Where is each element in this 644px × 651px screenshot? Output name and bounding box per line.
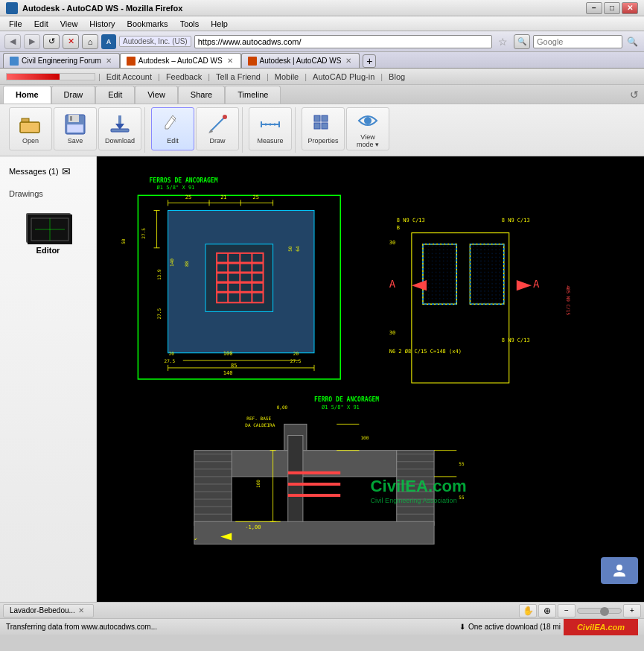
ribbon-save-button[interactable]: Save: [54, 107, 97, 150]
cad-drawing: FERROS DE ANCORAGEM Ø1 5/8" X 91 25 21 2…: [97, 156, 644, 602]
search-go-button[interactable]: 🔍: [625, 36, 640, 47]
tab-autocad-active[interactable]: Autodesk – AutoCAD WS ✕: [120, 53, 241, 68]
app-container: | Edit Account | Feedback | Tell a Frien…: [0, 69, 644, 635]
status-text-right: One active download (18 mi: [468, 623, 561, 631]
nav-tell-friend[interactable]: Tell a Friend: [213, 72, 264, 81]
svg-text:20: 20: [169, 351, 175, 356]
svg-rect-24: [322, 123, 328, 129]
ribbon-open-button[interactable]: Open: [9, 107, 52, 150]
new-tab-button[interactable]: +: [363, 54, 376, 68]
svg-text:A: A: [533, 278, 540, 290]
file-tab[interactable]: Lavador-Bebedou... ✕: [3, 604, 94, 617]
sidebar-editor[interactable]: Editor: [3, 207, 93, 261]
ribbon-draw-button[interactable]: Draw: [196, 107, 239, 150]
editor-thumbnail: [26, 213, 71, 243]
ribbon-edit-button[interactable]: Edit: [151, 107, 194, 150]
home-button[interactable]: ⌂: [82, 34, 98, 49]
app-tab-view[interactable]: View: [135, 86, 178, 104]
menu-tools[interactable]: Tools: [174, 18, 205, 30]
maximize-button[interactable]: □: [604, 2, 620, 14]
app-refresh-button[interactable]: ↺: [628, 88, 641, 101]
ribbon-group-properties: Properties Viewmode ▾: [299, 107, 392, 153]
svg-text:N6  2 Ø8 C/15 C=148 (x4): N6 2 Ø8 C/15 C=148 (x4): [389, 348, 462, 355]
nav-blog[interactable]: Blog: [386, 72, 408, 81]
back-button[interactable]: ◀: [4, 34, 21, 49]
menu-view[interactable]: View: [54, 18, 84, 30]
svg-text:50: 50: [121, 238, 126, 244]
sidebar-drawings[interactable]: Drawings: [3, 186, 93, 201]
nav-mobile[interactable]: Mobile: [272, 72, 302, 81]
svg-rect-5: [70, 116, 72, 121]
canvas-area[interactable]: FERROS DE ANCORAGEM Ø1 5/8" X 91 25 21 2…: [97, 156, 644, 602]
svg-text:↙: ↙: [194, 535, 197, 542]
ribbon-measure-button[interactable]: Measure: [249, 107, 292, 150]
menu-edit[interactable]: Edit: [28, 18, 54, 30]
app-tab-timeline[interactable]: Timeline: [225, 86, 281, 104]
app-tab-home[interactable]: Home: [3, 86, 51, 104]
svg-rect-6: [67, 124, 83, 133]
tab-civil-engineering[interactable]: Civil Engineering Forum ✕: [3, 53, 120, 68]
ribbon-properties-button[interactable]: Properties: [302, 107, 345, 150]
draw-label: Draw: [209, 138, 225, 145]
app-tab-edit[interactable]: Edit: [95, 86, 135, 104]
edit-label: Edit: [167, 138, 179, 145]
nav-edit-account[interactable]: Edit Account: [103, 72, 155, 81]
zoom-handle[interactable]: [600, 607, 609, 616]
ribbon-download-button[interactable]: Download: [98, 107, 141, 150]
menu-file[interactable]: File: [3, 18, 28, 30]
app-tab-share[interactable]: Share: [178, 86, 225, 104]
zoom-in-button[interactable]: +: [623, 604, 641, 617]
nav-sep-5: |: [305, 72, 307, 81]
sidebar-messages[interactable]: Messages (1) ✉: [3, 162, 93, 180]
measure-icon: [258, 112, 282, 136]
svg-text:140: 140: [223, 369, 233, 376]
svg-text:B: B: [397, 224, 400, 231]
file-tab-label: Lavador-Bebedou...: [10, 606, 75, 615]
ribbon-viewmode-button[interactable]: Viewmode ▾: [346, 107, 389, 150]
tab-autocad-3[interactable]: Autodesk | AutoCAD WS ✕: [241, 53, 360, 68]
app-tab-draw[interactable]: Draw: [51, 86, 96, 104]
menu-history[interactable]: History: [83, 18, 121, 30]
search-input[interactable]: [533, 35, 622, 48]
file-tab-close[interactable]: ✕: [78, 606, 84, 615]
reload-button[interactable]: ↺: [43, 34, 60, 49]
nav-autocad-plugin[interactable]: AutoCAD Plug-in: [310, 72, 377, 81]
nav-sep-4: |: [267, 72, 269, 81]
user-profile-button[interactable]: [601, 557, 638, 584]
svg-text:100: 100: [255, 480, 261, 488]
nav-sep-6: |: [380, 72, 383, 81]
nav-feedback[interactable]: Feedback: [163, 72, 205, 81]
properties-icon: [311, 112, 335, 136]
loading-fill: [7, 74, 60, 80]
svg-text:25: 25: [252, 194, 258, 200]
tab-close-autocad3[interactable]: ✕: [344, 57, 353, 66]
close-button[interactable]: ✕: [622, 2, 638, 14]
favicon-btn[interactable]: 🔍: [514, 34, 530, 49]
menu-bookmarks[interactable]: Bookmarks: [121, 18, 174, 30]
open-label: Open: [22, 138, 39, 145]
tab-close-civil[interactable]: ✕: [104, 57, 113, 66]
zoom-slider[interactable]: [577, 608, 622, 614]
svg-text:27.5: 27.5: [156, 308, 162, 320]
svg-rect-80: [470, 244, 503, 305]
forward-button[interactable]: ▶: [24, 34, 40, 49]
bottom-toolbar: Lavador-Bebedou... ✕ ✋ ⊕ − +: [0, 602, 644, 618]
nav-sep-3: |: [208, 72, 210, 81]
zoom-fit-button[interactable]: ⊕: [538, 604, 556, 617]
zoom-out-button[interactable]: −: [558, 604, 576, 617]
tab-close-autocad[interactable]: ✕: [226, 57, 235, 66]
svg-text:30: 30: [389, 329, 395, 336]
stop-button[interactable]: ✕: [63, 34, 79, 49]
svg-text:55: 55: [459, 495, 465, 500]
minimize-button[interactable]: −: [586, 2, 602, 14]
svg-rect-21: [314, 115, 320, 121]
tab-favicon-autocad: [127, 57, 136, 66]
civilea-text: CivilEA.com: [577, 623, 625, 632]
menu-bar: File Edit View History Bookmarks Tools H…: [0, 16, 644, 31]
bookmark-star[interactable]: ☆: [495, 36, 511, 48]
ribbon-group-edit: Edit Draw: [148, 107, 243, 153]
menu-help[interactable]: Help: [205, 18, 234, 30]
svg-text:Civil Engineering Association: Civil Engineering Association: [371, 497, 457, 504]
address-input[interactable]: [194, 35, 492, 48]
pan-tool-button[interactable]: ✋: [519, 604, 537, 617]
